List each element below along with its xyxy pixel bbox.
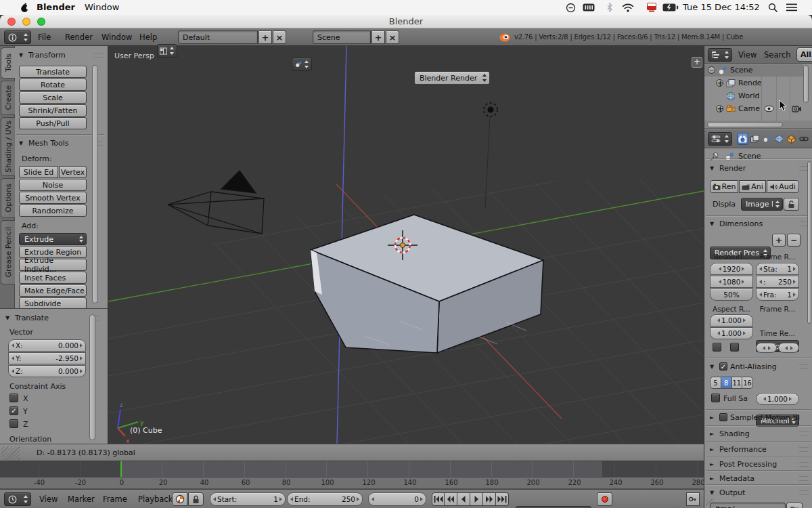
- panel-grip-icon[interactable]: [799, 462, 809, 467]
- spotlight-search-icon[interactable]: [768, 3, 777, 12]
- window-titlebar[interactable]: Blender: [0, 15, 812, 28]
- border-checkbox[interactable]: [713, 343, 721, 352]
- menu-render[interactable]: Render: [65, 28, 93, 46]
- menu-window[interactable]: Window: [102, 28, 132, 46]
- constraint-x-checkbox[interactable]: [9, 394, 18, 402]
- render-animation-button[interactable]: Ani: [739, 180, 766, 193]
- time-remap-new-field[interactable]: [778, 343, 799, 353]
- translate-button[interactable]: Translate: [19, 66, 87, 78]
- vector-y-field[interactable]: Y:-2.950: [8, 352, 86, 364]
- render-engine-selector[interactable]: Blender Render: [414, 71, 490, 85]
- jump-to-start-button[interactable]: [432, 492, 445, 506]
- full-sample-checkbox[interactable]: [711, 394, 720, 402]
- scene-name-field[interactable]: Scene: [313, 30, 371, 44]
- delete-scene-button[interactable]: [386, 30, 399, 44]
- performance-panel-header[interactable]: Performance: [710, 444, 809, 454]
- resize-grip[interactable]: [706, 499, 714, 507]
- outliner-menu-view[interactable]: View: [738, 46, 757, 64]
- vector-x-field[interactable]: X:0.000: [8, 339, 86, 352]
- scale-button[interactable]: Scale: [19, 91, 87, 104]
- outliner-display-mode-button[interactable]: All: [796, 47, 812, 62]
- bluetooth-icon[interactable]: [606, 3, 613, 12]
- smooth-vertex-button[interactable]: Smooth Vertex: [19, 192, 87, 204]
- toolshelf-tab-tools[interactable]: Tools: [1, 47, 15, 79]
- add-screen-layout-button[interactable]: [258, 30, 272, 44]
- antialiasing-checkbox[interactable]: [719, 362, 727, 371]
- timeline-menu-marker[interactable]: Marker: [68, 490, 95, 508]
- close-window-button[interactable]: [7, 18, 16, 26]
- menubar-clock[interactable]: Tue 15 Dec 14:52: [682, 0, 761, 15]
- shading-panel-header[interactable]: Shading: [710, 428, 809, 439]
- play-button[interactable]: [470, 492, 483, 506]
- timeline-menu-view[interactable]: View: [39, 490, 58, 508]
- use-preview-range-button[interactable]: [172, 492, 187, 506]
- scene-selector[interactable]: [292, 58, 312, 71]
- add-preset-button[interactable]: [772, 234, 786, 247]
- lock-time-cursor-button[interactable]: [188, 492, 204, 506]
- frame-step-field[interactable]: Fra:1: [756, 289, 799, 301]
- shrink-fatten-button[interactable]: Shrink/Fatten: [19, 104, 87, 117]
- toolshelf-tab-options[interactable]: Options: [1, 178, 15, 218]
- outliner-vscrollbar[interactable]: [803, 65, 809, 103]
- restrict-render-icon[interactable]: [792, 104, 802, 113]
- remove-preset-button[interactable]: [787, 234, 800, 247]
- minimize-window-button[interactable]: [22, 18, 30, 26]
- timeline-ruler[interactable]: -40 -20 0 20 40 60 80 100 120 140 160 18…: [0, 478, 704, 489]
- menu-file[interactable]: File: [38, 28, 51, 46]
- aa-samples-11[interactable]: 11: [732, 377, 743, 389]
- next-keyframe-button[interactable]: [483, 492, 496, 506]
- properties-tab-render[interactable]: [737, 133, 748, 145]
- wifi-icon[interactable]: [622, 3, 634, 12]
- lock-interface-button[interactable]: [784, 198, 799, 211]
- extrude-menu[interactable]: Extrude: [19, 233, 87, 245]
- aspect-y-field[interactable]: 1.000: [710, 327, 753, 339]
- output-panel-header[interactable]: Output: [710, 487, 809, 498]
- panel-grip-icon[interactable]: [799, 490, 809, 495]
- properties-tab-object[interactable]: [786, 133, 797, 145]
- viewport-header[interactable]: D: -0.8173 (0.8173) global: [0, 444, 704, 461]
- menubar-app-menu[interactable]: Blender: [37, 0, 75, 15]
- extrude-individual-button[interactable]: Extrude Individ...: [19, 259, 87, 271]
- frame-end-field[interactable]: End:250: [287, 492, 363, 506]
- outliner-menu-search[interactable]: Search: [764, 46, 791, 64]
- make-edge-face-button[interactable]: Make Edge/Face: [19, 284, 87, 297]
- mesh-tools-panel-header[interactable]: Mesh Tools: [19, 137, 103, 148]
- camera-object[interactable]: [168, 171, 264, 234]
- delete-screen-layout-button[interactable]: [273, 30, 286, 44]
- output-path-field[interactable]: /tmp/: [710, 503, 786, 508]
- resolution-percentage-slider[interactable]: 50%: [710, 289, 753, 301]
- toolshelf-scrollbar[interactable]: [92, 65, 98, 303]
- constraint-z-checkbox[interactable]: [9, 419, 18, 428]
- slide-edge-button[interactable]: Slide Ed: [19, 166, 58, 178]
- panel-grip-icon[interactable]: [93, 53, 103, 58]
- push-pull-button[interactable]: Push/Pull: [19, 117, 87, 129]
- insert-keyframe-button[interactable]: [686, 492, 700, 506]
- operator-panel-scrollbar[interactable]: [89, 314, 95, 440]
- translate-operator-header[interactable]: Translate: [5, 312, 100, 323]
- constraint-y-checkbox[interactable]: [9, 406, 18, 415]
- frame-end-prop-field[interactable]: :250: [756, 276, 799, 288]
- toolshelf-tab-create[interactable]: Create: [1, 81, 15, 115]
- slide-vertex-button[interactable]: Vertex: [59, 166, 87, 178]
- render-audio-button[interactable]: Audi: [767, 180, 799, 193]
- editor-type-selector[interactable]: [4, 30, 31, 44]
- panel-grip-icon[interactable]: [799, 447, 809, 452]
- sampled-motion-blur-checkbox[interactable]: [719, 413, 727, 421]
- outliner-item-renderlayers[interactable]: Rende: [738, 77, 762, 89]
- pin-icon[interactable]: [710, 152, 719, 161]
- rotate-button[interactable]: Rotate: [19, 79, 87, 91]
- toolshelf-tab-grease-pencil[interactable]: Grease Pencil: [1, 220, 15, 284]
- add-scene-button[interactable]: [371, 30, 385, 44]
- outliner-item-camera[interactable]: Came: [738, 103, 760, 115]
- cube-object[interactable]: [311, 215, 543, 353]
- do-not-disturb-icon[interactable]: [566, 3, 576, 13]
- keyboard-icon[interactable]: [583, 3, 595, 12]
- screen-layout-selector[interactable]: [157, 44, 177, 58]
- jump-to-end-button[interactable]: [496, 492, 509, 506]
- metadata-panel-header[interactable]: Metadata: [710, 473, 809, 484]
- sampled-motion-blur-header[interactable]: Sampled Motion Bl: [710, 412, 809, 423]
- playhead[interactable]: [120, 461, 122, 478]
- noise-button[interactable]: Noise: [19, 179, 87, 191]
- expand-icon[interactable]: [716, 79, 723, 87]
- timeline-menu-frame[interactable]: Frame: [103, 490, 127, 508]
